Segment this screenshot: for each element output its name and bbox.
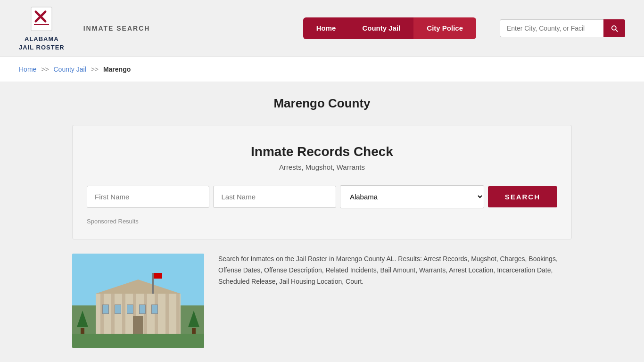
records-search-button[interactable]: SEARCH xyxy=(488,186,557,207)
courthouse-door xyxy=(133,316,143,334)
column xyxy=(165,294,169,334)
breadcrumb-sep1: >> xyxy=(41,66,49,73)
logo-icon xyxy=(27,5,56,33)
tree-left xyxy=(77,311,88,334)
logo-text: ALABAMA JAIL ROSTER xyxy=(19,35,65,52)
first-name-input[interactable] xyxy=(87,186,209,208)
bottom-section: Search for Inmates on the Jail Roster in… xyxy=(72,254,572,348)
nav-county-jail-button[interactable]: County Jail xyxy=(349,17,413,40)
column xyxy=(176,294,180,334)
logo-link[interactable]: ALABAMA JAIL ROSTER xyxy=(19,5,65,52)
description-text: Search for Inmates on the Jail Roster in… xyxy=(218,254,572,287)
breadcrumb-sep2: >> xyxy=(91,66,99,73)
courthouse-roof xyxy=(96,280,181,294)
state-select[interactable]: Alabama Alaska Arizona Arkansas Californ… xyxy=(340,185,484,208)
nav-buttons: Home County Jail City Police xyxy=(303,17,476,40)
page-title: Marengo County xyxy=(72,96,572,111)
records-card-subtitle: Arrests, Mugshot, Warrants xyxy=(87,163,557,171)
breadcrumb-home-link[interactable]: Home xyxy=(19,66,36,73)
main-content: Marengo County Inmate Records Check Arre… xyxy=(63,96,581,348)
records-card-title: Inmate Records Check xyxy=(87,144,557,159)
courthouse-windows xyxy=(102,304,158,314)
tree-right xyxy=(188,311,199,334)
breadcrumb: Home >> County Jail >> Marengo xyxy=(0,57,644,82)
header-search-button[interactable] xyxy=(603,19,625,37)
inmate-search-label: INMATE SEARCH xyxy=(83,25,150,32)
flag xyxy=(154,273,162,279)
logo-line1: ALABAMA xyxy=(25,35,59,42)
breadcrumb-current: Marengo xyxy=(103,66,131,73)
last-name-input[interactable] xyxy=(213,186,336,208)
window xyxy=(151,304,158,314)
header-search-bar xyxy=(500,19,625,37)
nav-home-button[interactable]: Home xyxy=(303,17,349,40)
breadcrumb-county-jail-link[interactable]: County Jail xyxy=(54,66,86,73)
header: ALABAMA JAIL ROSTER INMATE SEARCH Home C… xyxy=(0,0,644,57)
nav-city-police-button[interactable]: City Police xyxy=(413,17,476,40)
inmate-search-form: Alabama Alaska Arizona Arkansas Californ… xyxy=(87,185,557,208)
search-icon xyxy=(610,24,619,33)
sponsored-results-label: Sponsored Results xyxy=(87,218,557,225)
window xyxy=(102,304,109,314)
logo-line2: JAIL ROSTER xyxy=(19,44,65,51)
courthouse-container xyxy=(91,277,185,334)
alabama-logo-svg xyxy=(27,5,56,33)
window xyxy=(115,304,121,314)
ground xyxy=(72,334,204,348)
window xyxy=(139,304,146,314)
records-card: Inmate Records Check Arrests, Mugshot, W… xyxy=(72,125,572,239)
header-search-input[interactable] xyxy=(500,19,603,37)
county-image xyxy=(72,254,204,348)
window xyxy=(127,304,133,314)
flag-pole xyxy=(152,273,154,294)
